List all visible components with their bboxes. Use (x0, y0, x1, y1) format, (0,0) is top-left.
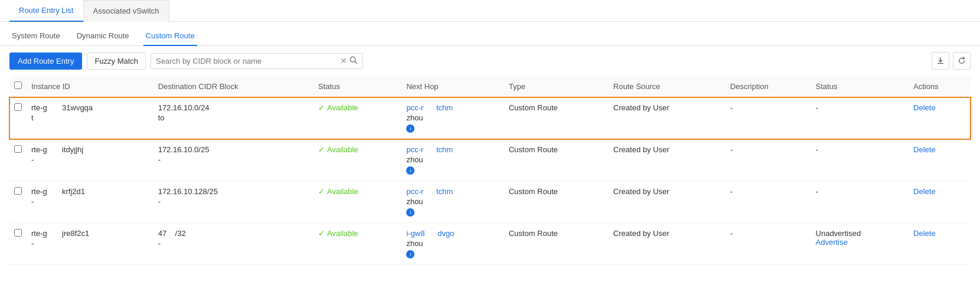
instance-id-blurred (47, 187, 62, 196)
col-header-status: Status (313, 76, 401, 97)
instance-id-suffix: 31wvgqa (62, 103, 93, 112)
delete-button[interactable]: Delete (913, 145, 936, 154)
toolbar-right-actions (932, 52, 971, 70)
col-header-status-col: Status (811, 76, 909, 97)
cell-description: - (726, 97, 811, 139)
cell-status: ✓Available (313, 139, 401, 181)
instance-id-prefix: rte-g (31, 145, 47, 154)
table-row: rte-g krfj2d1 - 172.16.10.128/25 - ✓Avai… (9, 181, 971, 223)
instance-sub: - (31, 197, 34, 206)
select-all-checkbox[interactable] (14, 81, 22, 89)
tab-dynamic-route[interactable]: Dynamic Route (74, 27, 132, 46)
download-button[interactable] (932, 52, 949, 70)
status-text: Available (327, 145, 358, 154)
search-input[interactable] (156, 57, 338, 65)
col-header-instance-id: Instance ID (27, 76, 153, 97)
table-container: Instance ID Destination CIDR Block Statu… (0, 76, 980, 265)
fuzzy-match-button[interactable]: Fuzzy Match (87, 53, 146, 70)
cell-destination-cidr: 172.16.10.0/25 - (153, 139, 313, 181)
cell-status-col: - (811, 139, 909, 181)
table-header-row: Instance ID Destination CIDR Block Statu… (9, 76, 971, 97)
cidr-value: 172.16.10.0/25 (158, 145, 210, 154)
nexthop-sub: zhou (406, 239, 423, 248)
nexthop-link[interactable]: pcc-r tchm (406, 187, 453, 196)
instance-sub: - (31, 239, 34, 248)
cidr-sub: - (158, 197, 161, 206)
tab-route-entry-list[interactable]: Route Entry List (9, 0, 83, 22)
instance-sub: - (31, 155, 34, 164)
cell-route-source: Created by User (609, 139, 726, 181)
check-icon: ✓ (318, 187, 325, 196)
instance-cell: rte-g 31wvgqa t (31, 103, 149, 122)
delete-button[interactable]: Delete (913, 187, 936, 196)
unadvertised-status: Unadvertised (816, 229, 904, 238)
advertise-link[interactable]: Advertise (816, 238, 904, 247)
col-header-route-source: Route Source (609, 76, 726, 97)
instance-cell: rte-g itdyjjhj - (31, 145, 149, 164)
cidr-suffix: /32 (175, 229, 186, 238)
nexthop-link[interactable]: i-gw8 dvgo (406, 229, 454, 238)
col-header-type: Type (504, 76, 609, 97)
instance-id-suffix: jre8f2c1 (62, 229, 89, 238)
cidr-cell: 172.16.10.128/25 - (158, 187, 309, 206)
nexthop-link[interactable]: pcc-r tchm (406, 103, 453, 112)
delete-button[interactable]: Delete (913, 103, 936, 112)
cell-nexthop: i-gw8 dvgo zhou i (401, 223, 504, 265)
cell-status: ✓Available (313, 181, 401, 223)
refresh-button[interactable] (953, 52, 971, 70)
cell-destination-cidr: 172.16.10.0/24 to (153, 97, 313, 139)
cell-actions: Delete (909, 139, 971, 181)
cell-nexthop: pcc-r tchm zhou i (401, 181, 504, 223)
table-row: rte-g itdyjjhj - 172.16.10.0/25 - ✓Avail… (9, 139, 971, 181)
info-icon[interactable]: i (406, 166, 414, 175)
cell-status-col: - (811, 181, 909, 223)
cell-instance-id: rte-g itdyjjhj - (27, 139, 153, 181)
route-entry-table: Instance ID Destination CIDR Block Statu… (9, 76, 971, 265)
cell-destination-cidr: 172.16.10.128/25 - (153, 181, 313, 223)
tab-system-route[interactable]: System Route (9, 27, 63, 46)
cell-actions: Delete (909, 181, 971, 223)
instance-id-suffix: itdyjjhj (62, 145, 83, 154)
nexthop-sub: zhou (406, 197, 423, 206)
info-icon[interactable]: i (406, 208, 414, 217)
cidr-sub: to (158, 113, 165, 122)
status-available: ✓Available (318, 187, 397, 196)
status-available: ✓Available (318, 145, 397, 154)
row-checkbox-2[interactable] (14, 187, 22, 195)
cidr-cell: 172.16.10.0/25 - (158, 145, 309, 164)
tab-associated-vswitch[interactable]: Associated vSwitch (83, 0, 169, 22)
status-available: ✓Available (318, 229, 397, 238)
cidr-cell: 172.16.10.0/24 to (158, 103, 309, 122)
cell-actions: Delete (909, 223, 971, 265)
nexthop-cell: pcc-r tchm zhou i (406, 145, 499, 175)
col-header-actions: Actions (909, 76, 971, 97)
cidr-sub: - (158, 239, 161, 248)
svg-line-1 (355, 61, 357, 63)
cidr-prefix: 47 (158, 229, 166, 238)
cell-description: - (726, 139, 811, 181)
delete-button[interactable]: Delete (913, 229, 936, 238)
instance-id-prefix: rte-g (31, 187, 47, 196)
table-row: rte-g 31wvgqa t 172.16.10.0/24 to ✓Avail… (9, 97, 971, 139)
cidr-value: 172.16.10.128/25 (158, 187, 218, 196)
cell-description: - (726, 181, 811, 223)
nexthop-line-1: pcc-r tchm (406, 187, 499, 196)
cell-instance-id: rte-g krfj2d1 - (27, 181, 153, 223)
add-route-entry-button[interactable]: Add Route Entry (9, 53, 82, 70)
cell-actions: Delete (909, 97, 971, 139)
nexthop-line-2: zhou (406, 155, 499, 164)
status-available: ✓Available (318, 103, 397, 112)
row-checkbox-1[interactable] (14, 145, 22, 153)
row-checkbox-3[interactable] (14, 229, 22, 237)
search-clear-icon[interactable]: ✕ (340, 56, 347, 65)
row-checkbox-0[interactable] (14, 103, 22, 111)
table-row: rte-g jre8f2c1 - 47 /32 - ✓Available i-g… (9, 223, 971, 265)
tab-custom-route[interactable]: Custom Route (143, 27, 197, 46)
cell-description: - (726, 223, 811, 265)
search-icon[interactable] (349, 56, 358, 66)
nexthop-line-2: zhou (406, 239, 499, 248)
info-icon[interactable]: i (406, 250, 414, 258)
info-icon[interactable]: i (406, 124, 414, 133)
cell-instance-id: rte-g 31wvgqa t (27, 97, 153, 139)
nexthop-link[interactable]: pcc-r tchm (406, 145, 453, 154)
